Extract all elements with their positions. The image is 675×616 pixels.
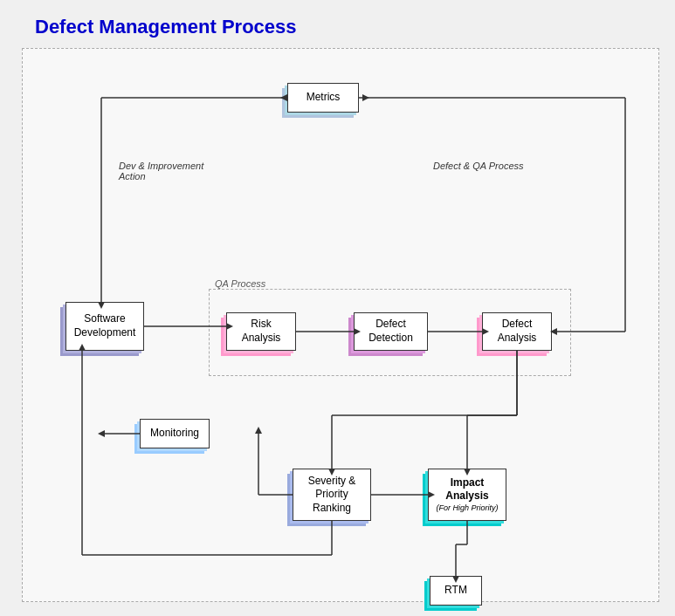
svg-marker-25 bbox=[255, 427, 262, 434]
ia-sublabel: (For High Priority) bbox=[436, 503, 498, 514]
metrics-label: Metrics bbox=[307, 91, 341, 105]
defect-qa-label: Defect & QA Process bbox=[433, 161, 524, 171]
main-container: Defect Management Process QA Process Met… bbox=[0, 0, 675, 616]
ia-label: ImpactAnalysis bbox=[445, 476, 488, 503]
ra-label: RiskAnalysis bbox=[242, 318, 281, 345]
mon-label: Monitoring bbox=[150, 427, 199, 441]
software-development-box: SoftwareDevelopment bbox=[65, 302, 144, 351]
diagram-area: QA Process Metrics SoftwareDevelopment R… bbox=[22, 48, 659, 602]
svg-marker-37 bbox=[362, 94, 369, 101]
page-title: Defect Management Process bbox=[0, 0, 675, 38]
metrics-box: Metrics bbox=[287, 83, 359, 113]
dd-label: DefectDetection bbox=[368, 318, 413, 345]
monitoring-box: Monitoring bbox=[140, 419, 210, 448]
dev-improvement-label: Dev & ImprovementAction bbox=[119, 161, 203, 181]
impact-analysis-box: ImpactAnalysis (For High Priority) bbox=[428, 469, 506, 521]
rtm-label: RTM bbox=[444, 584, 467, 598]
risk-analysis-box: RiskAnalysis bbox=[226, 312, 296, 351]
severity-priority-box: Severity &PriorityRanking bbox=[293, 469, 371, 521]
qa-process-label: QA Process bbox=[215, 278, 265, 289]
da-label: DefectAnalysis bbox=[498, 318, 537, 345]
spr-label: Severity &PriorityRanking bbox=[308, 475, 356, 516]
rtm-box: RTM bbox=[430, 576, 482, 606]
defect-analysis-box: DefectAnalysis bbox=[482, 312, 552, 351]
sd-label: SoftwareDevelopment bbox=[74, 312, 136, 339]
svg-marker-27 bbox=[98, 430, 105, 437]
defect-detection-box: DefectDetection bbox=[354, 312, 428, 351]
